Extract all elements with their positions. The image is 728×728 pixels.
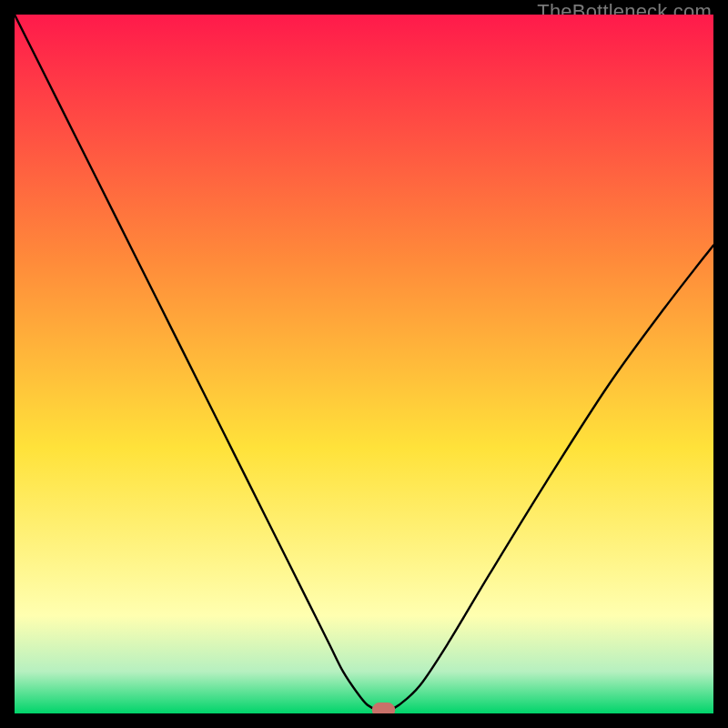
gradient-background: [15, 15, 713, 713]
chart-container: TheBottleneck.com: [0, 0, 728, 728]
optimal-point-marker: [372, 703, 395, 713]
chart-svg: [15, 15, 713, 713]
plot-area: [15, 15, 713, 713]
